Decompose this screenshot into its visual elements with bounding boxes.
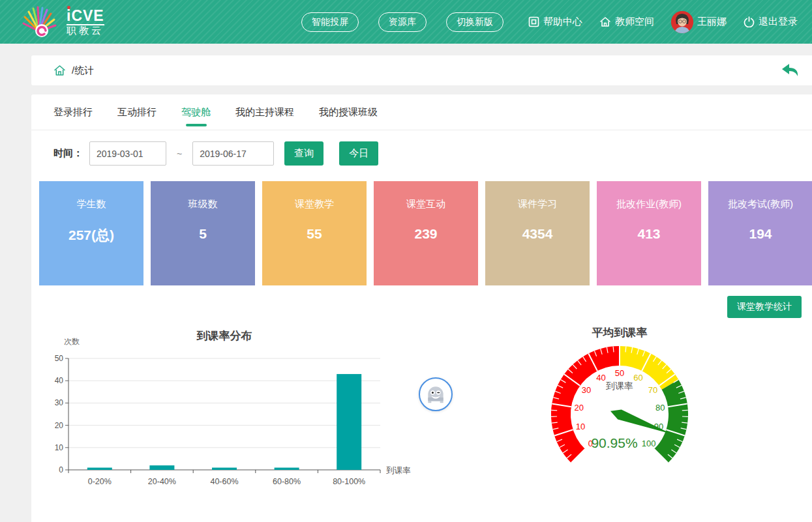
tab-login-ranking[interactable]: 登录排行 bbox=[52, 94, 94, 130]
svg-text:平均到课率: 平均到课率 bbox=[592, 326, 648, 339]
stat-card-value: 55 bbox=[262, 226, 367, 242]
classroom-teaching-stats-button[interactable]: 课堂教学统计 bbox=[727, 296, 802, 318]
user-menu[interactable]: 王丽娜 bbox=[671, 11, 727, 33]
breadcrumb: /统计 bbox=[31, 55, 812, 85]
svg-text:10: 10 bbox=[55, 443, 64, 452]
start-date-input[interactable] bbox=[89, 141, 166, 166]
svg-text:100: 100 bbox=[642, 439, 656, 448]
back-arrow-icon[interactable] bbox=[781, 63, 800, 78]
svg-text:50: 50 bbox=[615, 368, 624, 378]
attendance-distribution-bar-chart: 到课率分布次数010203040500-20%20-40%40-60%60-80… bbox=[46, 325, 417, 500]
stat-card-value: 257(总) bbox=[39, 226, 143, 244]
stat-card-classroom-interaction: 课堂互动 239 bbox=[374, 181, 478, 285]
avatar[interactable] bbox=[671, 11, 693, 33]
stat-cards-row: 学生数 257(总) 班级数 5 课堂教学 55 课堂互动 239 课件学习 4… bbox=[39, 181, 812, 285]
stat-card-value: 194 bbox=[708, 226, 812, 242]
today-button[interactable]: 今日 bbox=[339, 141, 378, 166]
svg-text:30: 30 bbox=[55, 398, 64, 407]
svg-text:40: 40 bbox=[55, 376, 64, 385]
help-center-link[interactable]: 帮助中心 bbox=[528, 16, 582, 28]
tab-dashboard[interactable]: 驾驶舱 bbox=[180, 94, 212, 130]
stat-card-label: 课件学习 bbox=[485, 198, 590, 210]
time-filter: 时间： ~ 查询 今日 bbox=[53, 141, 812, 166]
top-navbar: iCVE 职教云 智能投屏 资源库 切换新版 帮助中心 教师空间 bbox=[0, 0, 812, 44]
svg-text:到课率: 到课率 bbox=[386, 466, 411, 475]
stat-card-courseware-study: 课件学习 4354 bbox=[485, 181, 590, 285]
teacher-space-link[interactable]: 教师空间 bbox=[599, 16, 654, 28]
search-button[interactable]: 查询 bbox=[284, 141, 323, 166]
header-pill-group: 智能投屏 资源库 切换新版 bbox=[301, 12, 504, 32]
svg-text:0: 0 bbox=[59, 465, 63, 474]
stat-card-value: 239 bbox=[374, 226, 478, 242]
stat-card-label: 课堂教学 bbox=[262, 198, 367, 210]
svg-text:90.95%: 90.95% bbox=[591, 435, 637, 450]
power-icon bbox=[744, 16, 755, 27]
tab-my-hosted-courses[interactable]: 我的主持课程 bbox=[234, 94, 295, 130]
end-date-input[interactable] bbox=[192, 141, 274, 166]
stat-card-value: 413 bbox=[597, 226, 701, 242]
charts-section: 到课率分布次数010203040500-20%20-40%40-60%60-80… bbox=[31, 325, 812, 514]
robot-icon bbox=[423, 381, 449, 407]
help-center-label: 帮助中心 bbox=[543, 16, 582, 28]
stat-card-label: 学生数 bbox=[39, 198, 143, 210]
time-filter-label: 时间： bbox=[53, 147, 83, 160]
tab-interaction-ranking[interactable]: 互动排行 bbox=[116, 94, 158, 130]
logo-title: iCVE bbox=[67, 8, 104, 25]
svg-text:40-60%: 40-60% bbox=[210, 477, 238, 486]
help-icon bbox=[528, 16, 539, 27]
svg-text:30: 30 bbox=[582, 385, 591, 395]
svg-text:70: 70 bbox=[648, 385, 657, 395]
stat-card-exam-grading: 批改考试(教师) 194 bbox=[708, 181, 812, 285]
svg-text:0-20%: 0-20% bbox=[88, 477, 112, 486]
stat-card-classes: 班级数 5 bbox=[151, 181, 255, 285]
svg-text:80: 80 bbox=[655, 403, 665, 413]
stat-card-homework-grading: 批改作业(教师) 413 bbox=[597, 181, 701, 285]
average-attendance-gauge: 平均到课率0102030405060708090100到课率90.95% bbox=[541, 325, 698, 476]
stat-card-classroom-teaching: 课堂教学 55 bbox=[262, 181, 367, 285]
svg-text:20: 20 bbox=[55, 421, 64, 430]
svg-text:60-80%: 60-80% bbox=[273, 477, 301, 486]
svg-text:80-100%: 80-100% bbox=[333, 477, 365, 486]
svg-text:到课率分布: 到课率分布 bbox=[196, 330, 252, 342]
tab-my-teaching-classes[interactable]: 我的授课班级 bbox=[318, 94, 379, 130]
teacher-space-label: 教师空间 bbox=[615, 16, 654, 28]
breadcrumb-home-icon[interactable] bbox=[53, 65, 66, 76]
logo[interactable]: iCVE 职教云 bbox=[20, 5, 104, 39]
home-icon bbox=[599, 16, 611, 27]
username: 王丽娜 bbox=[697, 16, 727, 28]
logo-text: iCVE 职教云 bbox=[67, 8, 104, 36]
svg-text:20-40%: 20-40% bbox=[148, 477, 176, 486]
resource-library-button[interactable]: 资源库 bbox=[378, 12, 427, 32]
svg-text:50: 50 bbox=[55, 354, 64, 363]
logo-subtitle: 职教云 bbox=[67, 25, 104, 36]
logout-label: 退出登录 bbox=[759, 16, 798, 28]
peacock-logo-icon bbox=[20, 5, 60, 39]
switch-new-version-button[interactable]: 切换新版 bbox=[446, 12, 504, 32]
assistant-fab[interactable] bbox=[419, 377, 453, 411]
date-range-separator: ~ bbox=[173, 149, 186, 159]
svg-text:60: 60 bbox=[633, 373, 642, 383]
stat-card-label: 课堂互动 bbox=[374, 198, 478, 210]
stat-card-label: 班级数 bbox=[151, 198, 255, 210]
main-panel: 登录排行 互动排行 驾驶舱 我的主持课程 我的授课班级 时间： ~ 查询 今日 … bbox=[31, 94, 812, 522]
smart-cast-button[interactable]: 智能投屏 bbox=[301, 12, 359, 32]
stat-card-value: 4354 bbox=[485, 226, 590, 242]
svg-text:20: 20 bbox=[575, 403, 584, 413]
svg-text:次数: 次数 bbox=[64, 337, 80, 346]
stat-card-label: 批改作业(教师) bbox=[597, 198, 701, 210]
logout-link[interactable]: 退出登录 bbox=[744, 16, 798, 28]
stat-card-value: 5 bbox=[151, 226, 255, 242]
tab-bar: 登录排行 互动排行 驾驶舱 我的主持课程 我的授课班级 bbox=[31, 94, 812, 130]
svg-text:到课率: 到课率 bbox=[606, 381, 633, 391]
breadcrumb-path: /统计 bbox=[72, 65, 94, 77]
stat-card-students: 学生数 257(总) bbox=[39, 181, 143, 285]
svg-text:40: 40 bbox=[596, 373, 605, 383]
stat-card-label: 批改考试(教师) bbox=[708, 198, 812, 210]
svg-text:10: 10 bbox=[576, 422, 585, 431]
